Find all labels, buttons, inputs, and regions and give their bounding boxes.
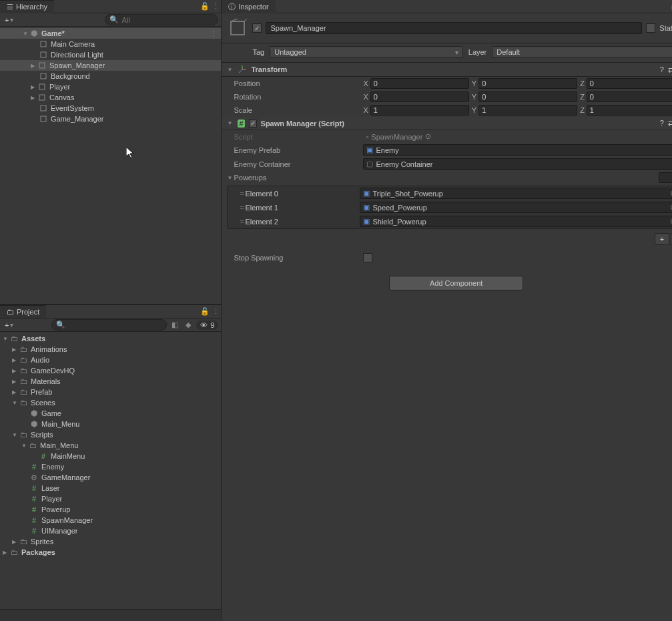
- active-checkbox[interactable]: [252, 23, 262, 33]
- filter-label-icon[interactable]: ◆: [183, 320, 194, 331]
- script-item[interactable]: #Player: [0, 493, 221, 504]
- script-item[interactable]: #SpawnManager: [0, 515, 221, 526]
- rotation-x-input[interactable]: [370, 91, 469, 102]
- static-checkbox[interactable]: [646, 23, 655, 33]
- hierarchy-search[interactable]: 🔍: [105, 14, 218, 25]
- transform-header[interactable]: ▼ Transform ? ⇄ ⋮: [222, 63, 672, 77]
- hierarchy-item[interactable]: Directional Light: [0, 49, 221, 60]
- scene-item[interactable]: ⬢Main_Menu: [0, 419, 221, 429]
- script-item[interactable]: #Powerup: [0, 504, 221, 515]
- spawnmanager-header[interactable]: ▼ # Spawn Manager (Script) ? ⇄ ⋮: [222, 117, 672, 130]
- scale-x-input[interactable]: [370, 105, 469, 116]
- scale-z-input[interactable]: [587, 105, 672, 116]
- hierarchy-item-selected[interactable]: ▶ Spawn_Manager: [0, 60, 221, 71]
- foldout-icon[interactable]: ▶: [12, 379, 19, 385]
- foldout-icon[interactable]: ▶: [31, 63, 37, 69]
- scale-y-input[interactable]: [478, 105, 577, 116]
- drag-handle-icon[interactable]: =: [233, 190, 242, 198]
- menu-icon[interactable]: ⋮: [210, 1, 221, 12]
- lock-icon[interactable]: 🔓: [200, 1, 210, 12]
- position-x-input[interactable]: [370, 78, 469, 89]
- scene-item[interactable]: ⬢Game: [0, 408, 221, 419]
- foldout-icon[interactable]: ▶: [12, 347, 19, 353]
- hierarchy-item[interactable]: Main Camera: [0, 39, 221, 49]
- enemy-prefab-field[interactable]: ▣ Enemy ⊙: [363, 144, 672, 156]
- search-input[interactable]: [68, 321, 162, 329]
- foldout-icon[interactable]: ▶: [12, 368, 19, 374]
- preset-icon[interactable]: ⇄: [668, 65, 672, 74]
- script-item[interactable]: ⚙GameManager: [0, 472, 221, 483]
- hierarchy-item[interactable]: ▶ Canvas: [0, 92, 221, 103]
- drag-handle-icon[interactable]: =: [233, 204, 242, 212]
- folder-item[interactable]: ▶🗀Materials: [0, 376, 221, 387]
- add-button[interactable]: + ▾: [3, 15, 15, 25]
- folder-item[interactable]: ▶🗀Prefab: [0, 387, 221, 397]
- menu-icon[interactable]: ⋮: [210, 306, 221, 317]
- foldout-icon[interactable]: ▼: [227, 120, 234, 126]
- project-search[interactable]: 🔍: [51, 319, 167, 331]
- hierarchy-item[interactable]: EventSystem: [0, 103, 221, 114]
- enabled-checkbox[interactable]: [249, 120, 257, 128]
- help-icon[interactable]: ?: [660, 119, 664, 128]
- project-tab[interactable]: 🗀 Project: [0, 305, 46, 318]
- foldout-icon[interactable]: ▶: [31, 84, 37, 90]
- lock-icon[interactable]: 🔓: [200, 306, 210, 317]
- preset-icon[interactable]: ⇄: [668, 119, 672, 128]
- search-input[interactable]: [121, 16, 214, 24]
- foldout-icon[interactable]: ▼: [3, 336, 9, 342]
- powerups-count-input[interactable]: [659, 172, 672, 183]
- scene-menu-icon[interactable]: ⋮: [210, 30, 217, 37]
- drag-handle-icon[interactable]: =: [233, 218, 242, 226]
- rotation-y-input[interactable]: [478, 91, 577, 102]
- layer-dropdown[interactable]: Default ▾: [492, 46, 672, 58]
- hidden-toggle[interactable]: 👁 9: [196, 321, 218, 330]
- folder-assets[interactable]: ▼ 🗀 Assets: [0, 333, 221, 344]
- folder-mainmenu[interactable]: ▼🗀Main_Menu: [0, 440, 221, 451]
- foldout-icon[interactable]: ▼: [12, 432, 19, 438]
- hierarchy-tab[interactable]: ☰ Hierarchy: [0, 0, 54, 13]
- element-value: Shield_Powerup: [372, 218, 426, 226]
- array-add-button[interactable]: +: [655, 233, 669, 245]
- script-item[interactable]: #MainMenu: [0, 451, 221, 461]
- folder-scripts[interactable]: ▼🗀Scripts: [0, 429, 221, 440]
- tag-dropdown[interactable]: Untagged ▾: [270, 46, 463, 58]
- add-button[interactable]: + ▾: [3, 321, 15, 330]
- foldout-icon[interactable]: ▶: [31, 95, 37, 101]
- help-icon[interactable]: ?: [660, 65, 664, 74]
- script-item[interactable]: #Enemy: [0, 461, 221, 472]
- gameobject-name-input[interactable]: [266, 22, 642, 34]
- element-field[interactable]: ▣ Shield_Powerup ⊙: [360, 216, 672, 227]
- folder-packages[interactable]: ▶🗀Packages: [0, 547, 221, 558]
- filter-type-icon[interactable]: ◧: [170, 320, 180, 331]
- add-component-button[interactable]: Add Component: [389, 276, 524, 290]
- foldout-icon[interactable]: ▼: [12, 400, 19, 406]
- foldout-icon[interactable]: ▶: [12, 539, 19, 545]
- script-item[interactable]: #Laser: [0, 483, 221, 493]
- folder-item[interactable]: ▶🗀GameDevHQ: [0, 365, 221, 376]
- foldout-icon[interactable]: ▼: [21, 443, 28, 449]
- element-field[interactable]: ▣ Speed_Powerup ⊙: [360, 202, 672, 213]
- inspector-tab[interactable]: ⓘ Inspector: [222, 0, 275, 14]
- hierarchy-item[interactable]: Game_Manager: [0, 114, 221, 124]
- foldout-icon[interactable]: ▼: [227, 67, 234, 73]
- enemy-container-field[interactable]: ▢ Enemy Container ⊙: [363, 158, 672, 170]
- hierarchy-item[interactable]: Background: [0, 71, 221, 81]
- rotation-z-input[interactable]: [587, 91, 672, 102]
- lock-icon[interactable]: 🔓: [669, 1, 672, 12]
- element-field[interactable]: ▣ Triple_Shot_Powerup ⊙: [360, 188, 672, 199]
- stop-spawning-checkbox[interactable]: [363, 253, 372, 262]
- scene-row[interactable]: ▼ ⬢ Game* ⋮: [0, 28, 221, 39]
- hierarchy-item[interactable]: ▶ Player: [0, 81, 221, 92]
- foldout-icon[interactable]: ▶: [12, 357, 19, 363]
- folder-sprites[interactable]: ▶🗀Sprites: [0, 536, 221, 547]
- position-z-input[interactable]: [587, 78, 672, 89]
- foldout-icon[interactable]: ▼: [23, 31, 29, 37]
- foldout-icon[interactable]: ▶: [3, 550, 9, 556]
- foldout-icon[interactable]: ▼: [227, 175, 234, 181]
- folder-item[interactable]: ▶🗀Animations: [0, 344, 221, 355]
- script-item[interactable]: #UIManager: [0, 526, 221, 536]
- folder-item[interactable]: ▶🗀Audio: [0, 355, 221, 365]
- position-y-input[interactable]: [478, 78, 577, 89]
- foldout-icon[interactable]: ▶: [12, 389, 19, 395]
- folder-scenes[interactable]: ▼🗀Scenes: [0, 397, 221, 408]
